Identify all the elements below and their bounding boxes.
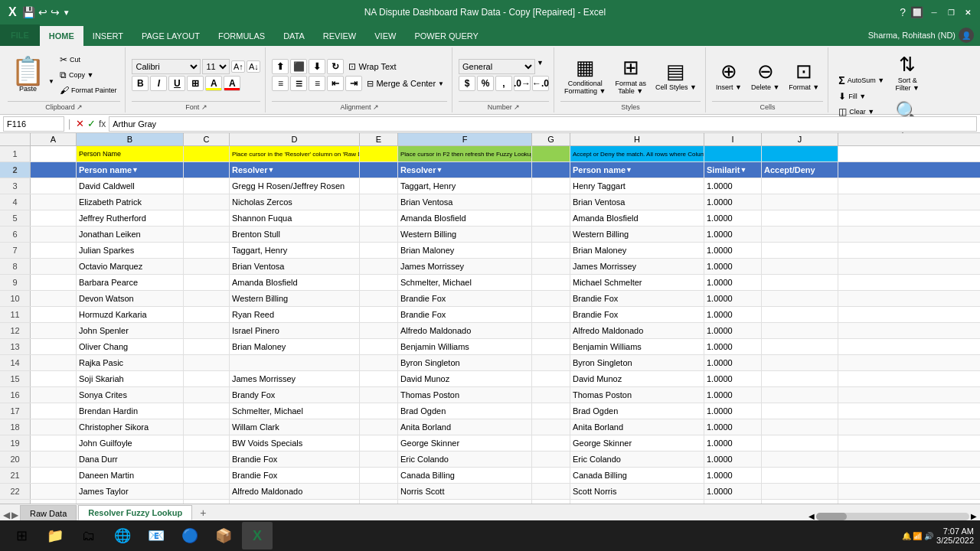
cell-e15[interactable] bbox=[360, 371, 398, 386]
cell-c18[interactable] bbox=[184, 419, 230, 435]
cell-c16[interactable] bbox=[184, 387, 230, 403]
cell-g18[interactable] bbox=[532, 419, 570, 435]
border-button[interactable]: ⊞ bbox=[187, 76, 204, 91]
cell-g11[interactable] bbox=[532, 307, 570, 322]
cell-j23[interactable] bbox=[762, 500, 838, 504]
cell-f9[interactable]: Schmelter, Michael bbox=[398, 275, 532, 290]
minimize-button[interactable]: ─ bbox=[928, 6, 940, 18]
cell-c9[interactable] bbox=[184, 275, 230, 290]
cell-h11[interactable]: Brandie Fox bbox=[570, 307, 704, 322]
cell-f16[interactable]: Thomas Poston bbox=[398, 387, 532, 403]
cell-d21[interactable]: Brandie Fox bbox=[230, 468, 360, 483]
number-format-dropdown[interactable]: ▼ bbox=[537, 59, 544, 74]
cell-g19[interactable] bbox=[532, 435, 570, 451]
cell-e13[interactable] bbox=[360, 339, 398, 354]
cell-a6[interactable] bbox=[31, 227, 77, 242]
cell-h15[interactable]: David Munoz bbox=[570, 371, 704, 386]
cell-h2[interactable]: Person name ▼ bbox=[570, 162, 704, 178]
cell-f15[interactable]: David Munoz bbox=[398, 371, 532, 386]
cell-g16[interactable] bbox=[532, 387, 570, 403]
tab-data[interactable]: DATA bbox=[274, 26, 314, 46]
cell-j5[interactable] bbox=[762, 210, 838, 226]
cell-b14[interactable]: Rajka Pasic bbox=[77, 355, 184, 370]
dollar-button[interactable]: $ bbox=[459, 76, 475, 91]
cell-e19[interactable] bbox=[360, 435, 398, 451]
cell-e11[interactable] bbox=[360, 307, 398, 322]
row-number[interactable]: 14 bbox=[0, 355, 31, 370]
cell-b17[interactable]: Brendan Hardin bbox=[77, 403, 184, 419]
cell-j1[interactable] bbox=[762, 146, 838, 161]
cell-e12[interactable] bbox=[360, 323, 398, 338]
italic-button[interactable]: I bbox=[150, 76, 167, 91]
cell-g23[interactable] bbox=[532, 500, 570, 504]
cell-b21[interactable]: Daneen Martin bbox=[77, 468, 184, 483]
cell-a8[interactable] bbox=[31, 259, 77, 274]
cell-f12[interactable]: Alfredo Maldonado bbox=[398, 323, 532, 338]
ie-button[interactable]: 🔵 bbox=[175, 522, 205, 549]
cell-c21[interactable] bbox=[184, 468, 230, 483]
cell-a20[interactable] bbox=[31, 452, 77, 467]
cell-f22[interactable]: Norris Scott bbox=[398, 484, 532, 499]
tab-formulas[interactable]: FORMULAS bbox=[209, 26, 274, 46]
align-middle-button[interactable]: ⬛ bbox=[290, 59, 307, 74]
row-number[interactable]: 21 bbox=[0, 468, 31, 483]
cell-i15[interactable]: 1.0000 bbox=[704, 371, 762, 386]
cell-i22[interactable]: 1.0000 bbox=[704, 484, 762, 499]
row-number[interactable]: 23 bbox=[0, 500, 31, 504]
cell-e21[interactable] bbox=[360, 468, 398, 483]
align-bottom-button[interactable]: ⬇ bbox=[309, 59, 325, 74]
cell-f3[interactable]: Taggart, Henry bbox=[398, 178, 532, 194]
cell-b6[interactable]: Jonathan Leiken bbox=[77, 227, 184, 242]
cell-g9[interactable] bbox=[532, 275, 570, 290]
percent-button[interactable]: % bbox=[477, 76, 494, 91]
cell-c5[interactable] bbox=[184, 210, 230, 226]
cell-d20[interactable]: Brandie Fox bbox=[230, 452, 360, 467]
cell-a23[interactable] bbox=[31, 500, 77, 504]
fill-button[interactable]: ⬇ Fill ▼ bbox=[835, 90, 888, 103]
cell-d18[interactable]: Willam Clark bbox=[230, 419, 360, 435]
row-number[interactable]: 9 bbox=[0, 275, 31, 290]
cell-h20[interactable]: Eric Colando bbox=[570, 452, 704, 467]
cell-b11[interactable]: Hormuzd Karkaria bbox=[77, 307, 184, 322]
row-number[interactable]: 6 bbox=[0, 227, 31, 242]
cell-d7[interactable]: Taggart, Henry bbox=[230, 243, 360, 258]
cell-b3[interactable]: David Caldwell bbox=[77, 178, 184, 194]
cell-b18[interactable]: Christopher Sikora bbox=[77, 419, 184, 435]
cell-h12[interactable]: Alfredo Maldonado bbox=[570, 323, 704, 338]
cell-i13[interactable]: 1.0000 bbox=[704, 339, 762, 354]
cell-a16[interactable] bbox=[31, 387, 77, 403]
decrease-font-button[interactable]: A↓ bbox=[247, 60, 260, 73]
cell-b7[interactable]: Julian Sparkes bbox=[77, 243, 184, 258]
cell-h19[interactable]: George Skinner bbox=[570, 435, 704, 451]
cell-c14[interactable] bbox=[184, 355, 230, 370]
cell-f14[interactable]: Byron Singleton bbox=[398, 355, 532, 370]
cell-j14[interactable] bbox=[762, 355, 838, 370]
cell-c1[interactable] bbox=[184, 146, 230, 161]
row-number[interactable]: 2 bbox=[0, 162, 31, 178]
row-number[interactable]: 13 bbox=[0, 339, 31, 354]
fill-color-button[interactable]: A bbox=[205, 76, 222, 91]
cell-b4[interactable]: Elizabeth Patrick bbox=[77, 194, 184, 210]
cell-c22[interactable] bbox=[184, 484, 230, 499]
cell-g3[interactable] bbox=[532, 178, 570, 194]
cell-h6[interactable]: Western Billing bbox=[570, 227, 704, 242]
cell-f10[interactable]: Brandie Fox bbox=[398, 291, 532, 306]
cell-i16[interactable]: 1.0000 bbox=[704, 387, 762, 403]
col-header-f[interactable]: F bbox=[398, 133, 532, 145]
file-explorer-button[interactable]: 📁 bbox=[40, 522, 70, 549]
cell-e8[interactable] bbox=[360, 259, 398, 274]
col-header-c[interactable]: C bbox=[184, 133, 230, 145]
cell-a11[interactable] bbox=[31, 307, 77, 322]
row-number[interactable]: 19 bbox=[0, 435, 31, 451]
sheet-nav-prev[interactable]: ◀ bbox=[3, 510, 10, 520]
cell-f7[interactable]: Brian Maloney bbox=[398, 243, 532, 258]
cell-b5[interactable]: Jeffrey Rutherford bbox=[77, 210, 184, 226]
cell-b15[interactable]: Soji Skariah bbox=[77, 371, 184, 386]
cell-j8[interactable] bbox=[762, 259, 838, 274]
decrease-decimal-button[interactable]: ←.0 bbox=[532, 76, 549, 91]
customize-qat-icon[interactable]: ▼ bbox=[63, 8, 70, 17]
paste-area[interactable]: 📋 Paste ▼ bbox=[8, 56, 54, 94]
cell-c19[interactable] bbox=[184, 435, 230, 451]
cell-b1[interactable]: Person Name bbox=[77, 146, 184, 161]
cell-h16[interactable]: Thomas Poston bbox=[570, 387, 704, 403]
